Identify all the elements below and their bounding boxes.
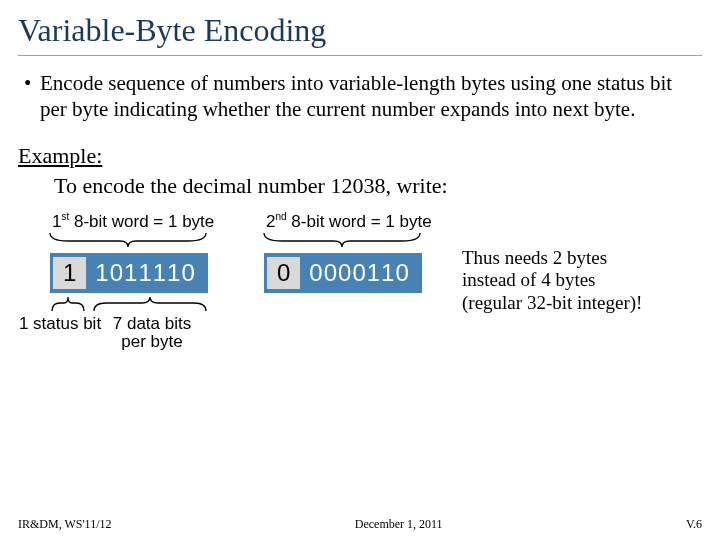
- status-caption: 1 status bit: [14, 315, 106, 334]
- slide-title: Variable-Byte Encoding: [0, 0, 720, 55]
- brace-bottom-status: [50, 295, 86, 313]
- example-text: To encode the decimal number 12038, writ…: [0, 173, 720, 199]
- status-bit-2: 0: [267, 257, 300, 289]
- diagram-area: 1st 8-bit word = 1 byte 2nd 8-bit word =…: [0, 211, 720, 421]
- status-bit-1: 1: [53, 257, 86, 289]
- footer-left: IR&DM, WS'11/12: [18, 517, 112, 532]
- word1-label: 1st 8-bit word = 1 byte: [52, 211, 214, 232]
- byte-box-1: 1 1011110: [50, 253, 208, 293]
- bullet-marker: •: [24, 70, 40, 123]
- data-bits-2: 0000110: [303, 259, 419, 287]
- brace-top-1: [48, 231, 208, 249]
- slide-footer: IR&DM, WS'11/12 December 1, 2011 V.6: [0, 517, 720, 532]
- footer-right: V.6: [686, 517, 702, 532]
- brace-bottom-data: [92, 295, 208, 313]
- brace-top-2: [262, 231, 422, 249]
- data-caption: 7 data bitsper byte: [112, 315, 192, 352]
- byte-box-2: 0 0000110: [264, 253, 422, 293]
- word2-label: 2nd 8-bit word = 1 byte: [266, 211, 432, 232]
- title-rule: [18, 55, 702, 56]
- conclusion-text: Thus needs 2 bytes instead of 4 bytes (r…: [462, 247, 712, 315]
- data-bits-1: 1011110: [89, 259, 205, 287]
- bullet-item: • Encode sequence of numbers into variab…: [0, 70, 720, 123]
- bullet-text: Encode sequence of numbers into variable…: [40, 70, 702, 123]
- footer-center: December 1, 2011: [355, 517, 443, 532]
- example-label: Example:: [0, 123, 720, 173]
